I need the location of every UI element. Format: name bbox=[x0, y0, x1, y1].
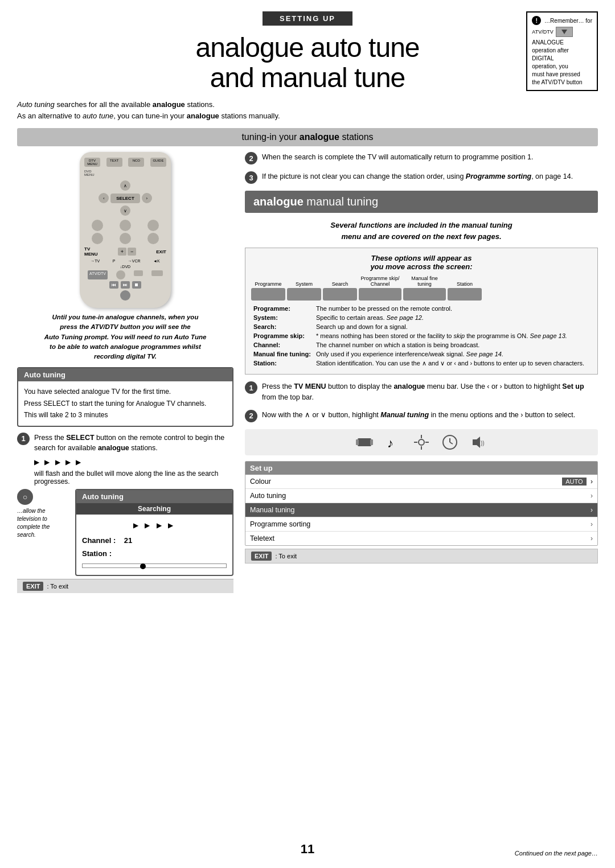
remote-btn-2[interactable] bbox=[120, 220, 131, 231]
channel-key: Channel : bbox=[82, 536, 116, 545]
station-label: Station : bbox=[82, 547, 227, 560]
menu-bar-row: Programme System Search Programme skip/C… bbox=[251, 275, 592, 301]
remember-line3: operation after bbox=[532, 47, 569, 54]
svg-rect-1 bbox=[356, 439, 359, 445]
opt-text-station: Station identification. You can use the … bbox=[314, 359, 592, 368]
menu-label-manualfine: Manual finetuning bbox=[411, 275, 438, 287]
searching-inner-header: Searching bbox=[76, 503, 232, 515]
table-row: Search: Search up and down for a signal. bbox=[251, 322, 592, 331]
nav-down-arrow[interactable]: ∨ bbox=[120, 205, 130, 216]
manual-step2-text: Now with the ∧ or ∨ button, highlight Ma… bbox=[262, 410, 598, 421]
menu-block-system bbox=[287, 288, 321, 301]
remote-fwd-btn[interactable]: ⏭ bbox=[121, 281, 130, 289]
remote-btn-1[interactable] bbox=[92, 220, 103, 231]
exit-badge: EXIT bbox=[23, 582, 43, 591]
nav-left-arrow[interactable]: ‹ bbox=[99, 193, 109, 203]
remote-rect-btn[interactable] bbox=[134, 270, 143, 276]
auto-line2: Press SELECT to start the tuning for Ana… bbox=[24, 398, 227, 409]
setup-menu-autotuning[interactable]: Auto tuning › bbox=[245, 489, 597, 503]
setting-up-badge: SETTING UP bbox=[263, 11, 352, 26]
setup-menu-progsorting[interactable]: Programme sorting › bbox=[245, 517, 597, 532]
auto-line3: This will take 2 to 3 minutes bbox=[24, 409, 227, 421]
remote-dvd-row: ↓DVD bbox=[84, 265, 166, 269]
manualtuning-label: Manual tuning bbox=[250, 506, 295, 514]
italic-line5: recording digital TV. bbox=[17, 352, 233, 361]
menu-item-programme: Programme bbox=[251, 281, 285, 301]
remote-round-btn[interactable] bbox=[116, 270, 125, 279]
italic-line1: Until you tune-in analogue channels, whe… bbox=[17, 312, 233, 322]
remote-tv-label: TVMENU bbox=[84, 246, 98, 257]
tuning-bold: analogue bbox=[300, 132, 339, 142]
remote-exit-label: EXIT bbox=[156, 249, 166, 254]
setup-bold: Set up bbox=[562, 382, 584, 390]
page-title: analogue auto tune and manual tune bbox=[17, 33, 598, 93]
main-content: DTVMENU TEXT NCO GUIDE DVDMENU ∧ ‹ SELEC… bbox=[17, 152, 598, 593]
manual-step2-row: 2 Now with the ∧ or ∨ button, highlight … bbox=[245, 410, 598, 422]
header-section: SETTING UP analogue auto tune and manual… bbox=[17, 11, 598, 93]
opt-label-system: System: bbox=[251, 313, 314, 322]
remote-vol-label: ◄K bbox=[153, 259, 160, 263]
opt-text-system: Specific to certain areas. See page 12. bbox=[314, 313, 592, 322]
searching-outer-header: Auto tuning bbox=[76, 490, 232, 503]
remote-stop-btn[interactable]: ⏹ bbox=[132, 281, 141, 289]
remote-play-row: ⏮ ⏭ ⏹ bbox=[84, 281, 166, 289]
search-arrows: ▶ ▶ ▶ ▶ bbox=[82, 520, 227, 532]
tuning-banner: tuning-in your analogue stations bbox=[17, 128, 598, 146]
setup-menu-teletext[interactable]: Teletext › bbox=[245, 532, 597, 545]
progress-bar bbox=[82, 563, 227, 568]
remote-plus-btn[interactable]: + bbox=[118, 248, 126, 256]
remote-labels-row: →TV P →VCR ◄K bbox=[84, 259, 166, 263]
exit-text: : To exit bbox=[47, 583, 68, 590]
tvmenu-bold: TV MENU bbox=[294, 382, 326, 390]
manual-tuning-label: manual tuning bbox=[306, 195, 378, 208]
table-row: Programme skip: * means nothing has been… bbox=[251, 331, 592, 340]
remember-box: ! …Remember… for ATV/DTV ANALOGUE operat… bbox=[526, 11, 598, 91]
nav-right-arrow[interactable]: › bbox=[142, 193, 152, 203]
remote-center-btn[interactable] bbox=[120, 290, 130, 301]
menu-label-search: Search bbox=[332, 281, 348, 287]
remote-p-label: P bbox=[113, 259, 116, 263]
manual-note-line1: Several functions are included in the ma… bbox=[245, 220, 598, 231]
options-title-line2: you move across the screen: bbox=[251, 262, 592, 271]
remote-minus-btn[interactable]: − bbox=[128, 248, 136, 256]
remote-atv-btn[interactable]: ATV/DTV bbox=[88, 270, 108, 279]
right-step2-row: 2 When the search is complete the TV wil… bbox=[245, 152, 598, 164]
remote-wrapper: DTVMENU TEXT NCO GUIDE DVDMENU ∧ ‹ SELEC… bbox=[17, 152, 233, 308]
intro-italic: Auto tuning bbox=[17, 100, 55, 109]
page-number: 11 bbox=[301, 842, 314, 857]
intro-bold1: analogue bbox=[153, 100, 185, 109]
remote-top-buttons: DTVMENU TEXT NCO GUIDE bbox=[84, 158, 166, 167]
teletext-label: Teletext bbox=[250, 534, 274, 542]
remote-btn-3[interactable] bbox=[147, 220, 159, 231]
icon-speaker: )) bbox=[470, 434, 487, 451]
nav-select-btn[interactable]: SELECT bbox=[110, 194, 140, 203]
nav-down-row: ∨ bbox=[120, 205, 130, 216]
searching-note: …allow the television to complete the se… bbox=[17, 507, 68, 539]
remote-mid-row: TVMENU + − EXIT bbox=[84, 246, 166, 257]
remote-btn-6[interactable] bbox=[147, 233, 159, 244]
exit-badge-right: EXIT bbox=[251, 552, 272, 561]
remote-guide-btn: GUIDE bbox=[150, 158, 166, 167]
table-row: Station: Station identification. You can… bbox=[251, 359, 592, 368]
searching-outer: ○ …allow the television to complete the … bbox=[17, 489, 233, 576]
remote-btn-4[interactable] bbox=[92, 233, 103, 244]
manualtuning-bold: Manual tuning bbox=[380, 411, 429, 419]
remote-wide-btn[interactable] bbox=[151, 270, 163, 276]
table-row: System: Specific to certain areas. See p… bbox=[251, 313, 592, 322]
opt-text-manualfine: Only used if you experience interference… bbox=[314, 349, 592, 359]
nav-up-arrow[interactable]: ∧ bbox=[120, 180, 130, 191]
nav-mid-row: ‹ SELECT › bbox=[99, 193, 152, 203]
menu-block-manualfine bbox=[403, 288, 446, 301]
setup-menu-header: Set up bbox=[245, 462, 597, 475]
opt-text-search: Search up and down for a signal. bbox=[314, 322, 592, 331]
analogue-bold-m: analogue bbox=[393, 382, 425, 390]
menu-label-programme: Programme bbox=[255, 281, 281, 287]
opt-label-channel: Channel: bbox=[251, 340, 314, 349]
remote-play-btn[interactable]: ⏮ bbox=[109, 281, 118, 289]
menu-item-manualfine: Manual finetuning bbox=[403, 275, 446, 301]
select-bold: SELECT bbox=[66, 434, 94, 442]
setup-menu-manualtuning[interactable]: Manual tuning › bbox=[245, 503, 597, 517]
right-step2-circle: 2 bbox=[245, 152, 257, 164]
setup-menu-colour[interactable]: Colour AUTO › bbox=[245, 475, 597, 489]
remote-btn-5[interactable] bbox=[120, 233, 131, 244]
